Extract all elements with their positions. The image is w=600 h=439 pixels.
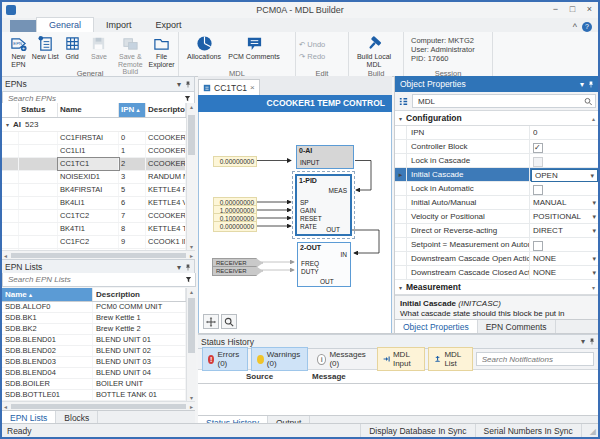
port-sp[interactable]: SP [300,199,309,206]
property-row[interactable]: Velocity or Positional POSITIONAL ▾ [395,210,599,224]
value-tag-rate[interactable]: 0.00000000 [213,221,257,232]
epn-row[interactable]: BK4TI1 8 KETTLE4 TEMP [2,223,186,236]
port-meas[interactable]: MEAS [329,187,347,194]
tab-export[interactable]: Export [144,18,194,32]
epn-list-row[interactable]: SDB.ALLOF0 PCM0 COMM UNIT [2,302,186,313]
new-list-button[interactable]: New List [32,34,59,61]
tab-general[interactable]: General [36,17,94,32]
minimize-button[interactable]: − [547,3,564,17]
build-local-mdl-button[interactable]: Build Local MDL [352,34,396,68]
properties-filter-input[interactable] [416,96,584,107]
epn-row[interactable]: BK4LI1 6 KETTLE4 VESSEL LEVEL [2,197,186,210]
status-options-icon[interactable]: ▾ [581,337,585,346]
dropdown-arrow-icon[interactable]: ▾ [592,210,596,223]
value-tag-input[interactable]: 0.00000000 [213,156,257,167]
property-value[interactable]: DIRECT ▾ [530,224,599,237]
port-input[interactable]: INPUT [300,159,320,166]
close-button[interactable]: × [581,3,598,17]
scroll-left-icon[interactable]: ◂ [2,403,9,410]
scroll-down-icon[interactable]: ▾ [592,284,595,291]
property-value[interactable]: NONE ▾ [530,266,599,279]
epn-list-row[interactable]: SDB.BOILER BOILER UNIT [2,379,186,390]
group-expander-icon[interactable]: ▾ [6,121,9,128]
status-pin-icon[interactable] [589,337,595,346]
scroll-right-icon[interactable]: ▸ [188,252,195,259]
warnings-toggle[interactable]: Warnings (0) [251,347,309,371]
dropdown-arrow-icon[interactable]: ▾ [590,170,594,181]
property-row[interactable]: Lock in Cascade [395,154,599,168]
mdl-input-button[interactable]: MDL Input [377,347,425,371]
property-value[interactable]: MANUAL ▾ [530,196,599,209]
maximize-button[interactable]: □ [564,3,581,17]
property-row[interactable]: Setpoint = Measurement on Automatic [395,238,599,252]
property-checkbox[interactable] [533,185,543,195]
scroll-up-icon[interactable]: ▴ [187,288,196,295]
epn-row[interactable]: CC1FIRSTAI 0 CCOOKER1 FIRST AI [2,132,186,145]
property-row[interactable]: Lock in Automatic [395,182,599,196]
zoom-button[interactable] [221,314,237,329]
scroll-up-icon[interactable]: ▴ [592,115,595,122]
property-value[interactable]: OPEN ▾ [531,169,598,182]
pcm-comments-button[interactable]: PCM Comments [226,34,282,61]
scroll-down-icon[interactable]: ▾ [187,394,196,401]
tab-epn-comments[interactable]: EPN Comments [478,320,556,333]
property-row[interactable]: Direct or Reverse-acting DIRECT ▾ [395,224,599,238]
scroll-up-icon[interactable]: ▴ [187,103,196,110]
epn-lists-filter-icon[interactable] [185,276,192,283]
dropdown-arrow-icon[interactable]: ▾ [592,224,596,237]
port-freq[interactable]: FREQ [301,260,319,267]
epn-list-row[interactable]: SDB.BOTTLE01 BOTTLE TANK 01 [2,390,186,401]
file-explorer-button[interactable]: File Explorer [148,34,175,68]
property-row[interactable]: IPN 0 [395,126,599,140]
port-gain[interactable]: GAIN [300,207,316,214]
epn-list-row[interactable]: SDB.BLEND02 BLEND UNIT 02 [2,346,186,357]
epn-lists-vscrollbar[interactable]: ▴ ▾ [186,288,196,401]
dropdown-arrow-icon[interactable]: ▾ [592,252,596,265]
epns-group-row[interactable]: ▾ AI 523 [2,118,186,132]
file-menu-button[interactable] [10,20,36,32]
property-value[interactable] [530,238,599,251]
document-tab[interactable]: CC1TC1 × [198,79,260,95]
epns-pin-icon[interactable] [185,80,191,89]
allocations-button[interactable]: Allocations [182,34,226,61]
epns-options-icon[interactable]: ▾ [177,80,181,89]
epn-lists-search-input[interactable] [6,274,185,285]
messages-toggle[interactable]: iMessages (0) [311,347,373,371]
errors-toggle[interactable]: !Errors (0) [202,347,248,371]
property-value[interactable]: 0 [530,126,599,139]
property-checkbox[interactable] [533,157,543,167]
epn-lists-col-name[interactable]: Name ▴ [2,288,93,301]
property-value[interactable] [530,182,599,195]
receiver-tag-duty[interactable]: RECEIVER [212,266,263,276]
port-duty[interactable]: DUTY [301,268,319,275]
property-value[interactable]: NONE ▾ [530,252,599,265]
block-1-pid[interactable]: 1-PID MEAS SP GAIN RESET RATE OUT [295,174,352,236]
dropdown-arrow-icon[interactable]: ▾ [592,266,596,279]
collapse-ribbon-icon[interactable]: ^ [573,22,577,32]
property-row[interactable]: Controller Block [395,140,599,154]
property-value[interactable] [530,154,599,167]
epn-row[interactable]: CC1LI1 1 CCOOKER1 VESSEL LEVEL [2,145,186,158]
col-source[interactable]: Source [242,370,308,383]
new-epn-button[interactable]: EPN+ New EPN [5,34,32,68]
property-row[interactable]: Downstream Cascade Open Action NONE ▾ [395,252,599,266]
help-icon[interactable]: ? [582,22,592,32]
resize-grip[interactable]: ◢ [581,424,598,438]
property-row[interactable]: ▸ Initial Cascade OPEN ▾ [395,168,599,182]
mdl-list-button[interactable]: MDL List [428,347,473,371]
epns-col-ipn[interactable]: IPN ▴ [119,103,146,117]
section-measurement[interactable]: ▾ Measurement ▾ [395,280,599,295]
epns-vscrollbar[interactable]: ▴ ▾ [186,103,196,250]
epn-row[interactable]: BK4FIRSTAI 5 KETTLE4 FIRST AI [2,184,186,197]
scroll-down-icon[interactable]: ▾ [187,243,196,250]
port-out2[interactable]: OUT [320,278,334,285]
epn-lists-col-description[interactable]: Description [93,288,186,301]
epns-filter-icon[interactable] [184,95,191,102]
epn-row[interactable]: CC1FC2 9 CCOOK1 INLET MALT FLO [2,236,186,249]
epns-col-status[interactable]: Status [19,103,58,117]
properties-pin-icon[interactable] [588,80,594,89]
property-row[interactable]: Initial Auto/Manual MANUAL ▾ [395,196,599,210]
property-checkbox[interactable] [533,241,543,251]
epn-list-row[interactable]: SDB.BLEND01 BLEND UNIT 01 [2,335,186,346]
tab-import[interactable]: Import [94,18,144,32]
